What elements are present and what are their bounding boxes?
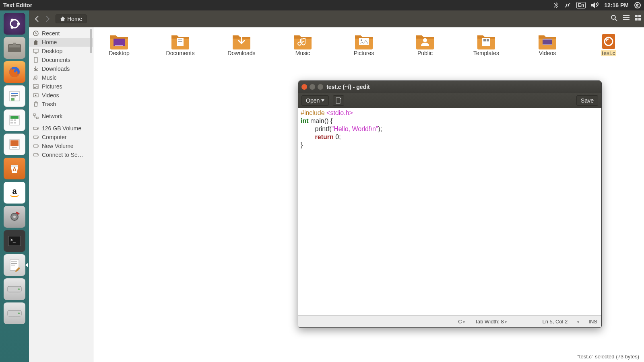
amazon-icon[interactable]: a (4, 182, 25, 204)
unity-launcher: A a >_ (0, 10, 29, 362)
file-item-music[interactable]: Music (287, 33, 319, 56)
file-icon (415, 33, 435, 50)
svg-rect-45 (638, 18, 641, 21)
firefox-icon[interactable] (4, 61, 25, 83)
file-manager-status: "test.c" selected (73 bytes) (577, 354, 639, 360)
file-item-documents[interactable]: Documents (164, 33, 196, 56)
sidebar-item-documents[interactable]: Documents (29, 56, 93, 64)
gedit-window: test.c (~/) - gedit Open Save #include <… (298, 80, 602, 328)
gedit-titlebar[interactable]: test.c (~/) - gedit (298, 81, 601, 93)
drive-icon-1[interactable] (4, 278, 25, 300)
terminal-icon[interactable]: >_ (4, 230, 25, 252)
save-button-label: Save (581, 97, 594, 104)
file-item-videos[interactable]: Videos (531, 33, 564, 56)
window-minimize-button[interactable] (310, 84, 315, 90)
dash-icon[interactable] (4, 13, 25, 35)
list-view-icon[interactable] (623, 15, 630, 23)
power-icon[interactable] (634, 2, 641, 8)
file-item-templates[interactable]: Templates (470, 33, 502, 56)
svg-rect-32 (11, 263, 17, 264)
sidebar-item-music[interactable]: Music (29, 73, 93, 82)
sidebar-item-computer[interactable]: Computer (29, 133, 93, 142)
sidebar-item-trash[interactable]: Trash (29, 100, 93, 109)
open-button[interactable]: Open (301, 95, 329, 106)
file-item-desktop[interactable]: Desktop (103, 33, 135, 56)
svg-rect-39 (623, 15, 630, 16)
active-app-title: Text Editor (3, 2, 32, 8)
top-menubar: Text Editor En 12:16 PM (0, 0, 644, 10)
tab-width-selector[interactable]: Tab Width: 8 (475, 319, 507, 325)
new-document-button[interactable] (333, 95, 344, 106)
sidebar-item-126-gb-volume[interactable]: 126 GB Volume (29, 124, 93, 133)
svg-text:A: A (12, 166, 17, 173)
file-label: test.c (601, 50, 616, 56)
open-button-label: Open (306, 97, 320, 104)
file-icon (599, 33, 618, 50)
network-icon[interactable] (564, 2, 571, 8)
file-label: Desktop (109, 50, 129, 56)
impress-icon[interactable] (4, 134, 25, 155)
svg-rect-15 (10, 119, 13, 121)
sidebar-scrollbar[interactable] (90, 29, 92, 53)
svg-rect-41 (623, 19, 630, 20)
window-close-button[interactable] (301, 84, 307, 90)
svg-rect-68 (359, 38, 369, 45)
drive-icon-2[interactable] (4, 302, 25, 324)
sidebar-item-pictures[interactable]: Pictures (29, 82, 93, 91)
svg-rect-73 (487, 39, 489, 41)
files-launcher-icon[interactable] (4, 37, 25, 59)
sidebar-item-label: Desktop (42, 48, 62, 54)
volume-icon[interactable] (591, 2, 599, 8)
forward-button[interactable] (43, 14, 52, 24)
keyboard-layout-indicator[interactable]: En (576, 2, 586, 8)
svg-point-38 (611, 15, 615, 19)
svg-rect-18 (14, 122, 16, 123)
save-button[interactable]: Save (576, 95, 598, 106)
file-item-downloads[interactable]: Downloads (225, 33, 258, 56)
bluetooth-icon[interactable] (553, 2, 559, 8)
sidebar-item-new-volume[interactable]: New Volume (29, 142, 93, 150)
file-item-test-c[interactable]: test.c (592, 33, 625, 56)
svg-rect-76 (543, 44, 552, 45)
svg-point-51 (35, 86, 35, 86)
calc-icon[interactable] (4, 109, 25, 131)
sidebar-item-recent[interactable]: Recent (29, 29, 93, 38)
clock[interactable]: 12:16 PM (604, 2, 629, 8)
language-selector[interactable]: C (458, 319, 465, 325)
svg-rect-11 (11, 97, 16, 97)
sidebar-item-home[interactable]: Home (29, 38, 93, 47)
software-center-icon[interactable]: A (4, 158, 25, 179)
grid-view-icon[interactable] (635, 15, 641, 23)
file-label: Pictures (354, 50, 374, 56)
writer-icon[interactable] (4, 85, 25, 107)
file-icon (109, 33, 129, 50)
sidebar-item-videos[interactable]: Videos (29, 91, 93, 100)
gedit-launcher-icon[interactable] (4, 254, 25, 276)
sidebar-item-connect-to-se-[interactable]: Connect to Se… (29, 150, 93, 159)
file-icon (477, 33, 496, 50)
sidebar-item-downloads[interactable]: Downloads (29, 64, 93, 73)
sidebar-item-label: Recent (42, 30, 60, 37)
cursor-dropdown[interactable] (577, 319, 579, 325)
sidebar-item-label: Pictures (42, 83, 62, 90)
svg-point-1 (17, 23, 20, 25)
file-item-pictures[interactable]: Pictures (348, 33, 380, 56)
svg-rect-9 (11, 93, 18, 94)
search-icon[interactable] (611, 15, 617, 23)
back-button[interactable] (32, 14, 42, 24)
settings-icon[interactable] (4, 206, 25, 228)
window-maximize-button[interactable] (318, 84, 323, 90)
file-icon (171, 33, 190, 50)
sidebar-item-desktop[interactable]: Desktop (29, 47, 93, 56)
file-item-public[interactable]: Public (409, 33, 441, 56)
sidebar-item-label: Documents (42, 57, 70, 63)
insert-mode: INS (588, 319, 597, 325)
gedit-title: test.c (~/) - gedit (326, 84, 370, 90)
location-breadcrumb[interactable]: Home (56, 14, 87, 23)
sidebar-item-network[interactable]: Network (29, 112, 93, 121)
svg-rect-16 (14, 119, 16, 121)
file-icon (293, 33, 312, 50)
svg-point-2 (11, 19, 14, 22)
svg-rect-53 (33, 114, 35, 115)
code-editor[interactable]: #include <stdio.h> int main() { printf("… (298, 108, 601, 315)
